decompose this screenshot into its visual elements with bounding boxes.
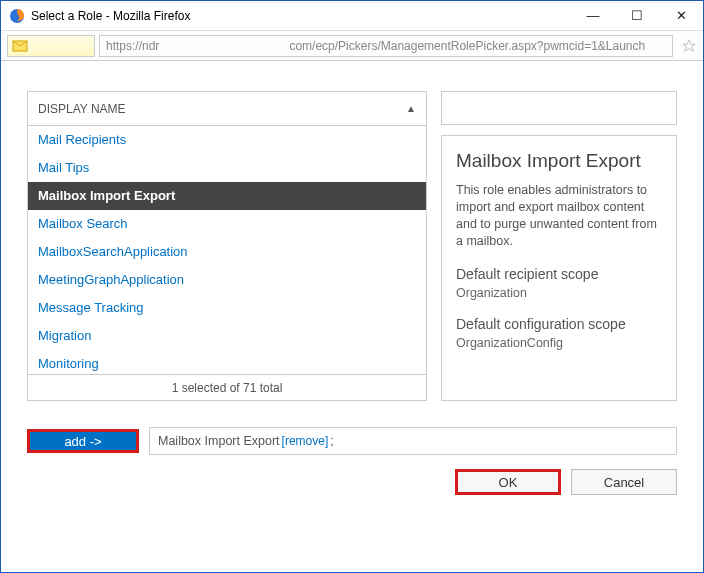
- column-header-label: DISPLAY NAME: [38, 102, 126, 116]
- add-row: add -> Mailbox Import Export [remove] ;: [27, 427, 677, 455]
- column-header[interactable]: DISPLAY NAME ▲: [28, 92, 426, 126]
- role-item[interactable]: Mailbox Search: [28, 210, 426, 238]
- recipient-scope-label: Default recipient scope: [456, 266, 662, 282]
- role-item-selected[interactable]: Mailbox Import Export: [28, 182, 426, 210]
- role-item[interactable]: Mail Tips: [28, 154, 426, 182]
- cancel-button[interactable]: Cancel: [571, 469, 677, 495]
- ok-button[interactable]: OK: [455, 469, 561, 495]
- role-item[interactable]: Message Tracking: [28, 294, 426, 322]
- add-button-label: add ->: [64, 434, 101, 449]
- url-host: https://ndr: [106, 39, 159, 53]
- role-item[interactable]: MailboxSearchApplication: [28, 238, 426, 266]
- role-title: Mailbox Import Export: [456, 150, 662, 172]
- add-button[interactable]: add ->: [27, 429, 139, 453]
- site-identity-badge[interactable]: [7, 35, 95, 57]
- titlebar: Select a Role - Mozilla Firefox — ☐ ✕: [1, 1, 703, 31]
- panes: DISPLAY NAME ▲ Mail Recipients Mail Tips…: [27, 91, 677, 401]
- url-path: com/ecp/Pickers/ManagementRolePicker.asp…: [289, 39, 645, 53]
- sort-ascending-icon: ▲: [406, 103, 416, 114]
- selected-role-name: Mailbox Import Export: [158, 434, 280, 448]
- remove-link[interactable]: [remove]: [282, 434, 329, 448]
- role-item[interactable]: MeetingGraphApplication: [28, 266, 426, 294]
- dialog-footer: OK Cancel: [27, 469, 677, 495]
- trailing-semicolon: ;: [330, 434, 333, 448]
- url-field[interactable]: https://ndr com/ecp/Pickers/ManagementRo…: [99, 35, 673, 57]
- role-details: Mailbox Import Export This role enables …: [441, 135, 677, 401]
- role-item[interactable]: Migration: [28, 322, 426, 350]
- details-pane: Mailbox Import Export This role enables …: [441, 91, 677, 401]
- close-button[interactable]: ✕: [659, 1, 703, 31]
- address-bar: https://ndr com/ecp/Pickers/ManagementRo…: [1, 31, 703, 61]
- config-scope-label: Default configuration scope: [456, 316, 662, 332]
- bookmark-star-icon[interactable]: [681, 38, 697, 54]
- window-controls: — ☐ ✕: [571, 1, 703, 31]
- maximize-button[interactable]: ☐: [615, 1, 659, 31]
- firefox-icon: [9, 8, 25, 24]
- selection-status: 1 selected of 71 total: [28, 374, 426, 400]
- cancel-button-label: Cancel: [604, 475, 644, 490]
- role-item[interactable]: Mail Recipients: [28, 126, 426, 154]
- envelope-icon: [12, 38, 28, 54]
- picker-content: DISPLAY NAME ▲ Mail Recipients Mail Tips…: [1, 61, 703, 572]
- ok-button-label: OK: [499, 475, 518, 490]
- search-input[interactable]: [441, 91, 677, 125]
- config-scope-value: OrganizationConfig: [456, 336, 662, 350]
- window-title: Select a Role - Mozilla Firefox: [31, 9, 571, 23]
- role-list-scroll: Mail Recipients Mail Tips Mailbox Import…: [28, 126, 426, 374]
- firefox-window: Select a Role - Mozilla Firefox — ☐ ✕ ht…: [0, 0, 704, 573]
- selection-status-text: 1 selected of 71 total: [172, 381, 283, 395]
- role-list[interactable]: Mail Recipients Mail Tips Mailbox Import…: [28, 126, 426, 374]
- recipient-scope-value: Organization: [456, 286, 662, 300]
- minimize-button[interactable]: —: [571, 1, 615, 31]
- role-list-pane: DISPLAY NAME ▲ Mail Recipients Mail Tips…: [27, 91, 427, 401]
- role-description: This role enables administrators to impo…: [456, 182, 662, 250]
- selected-roles-box[interactable]: Mailbox Import Export [remove] ;: [149, 427, 677, 455]
- role-item[interactable]: Monitoring: [28, 350, 426, 374]
